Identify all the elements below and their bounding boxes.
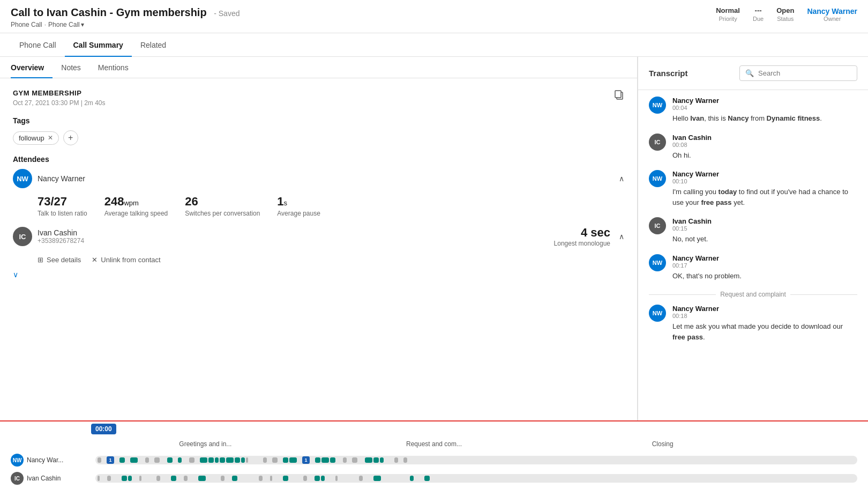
- phone-call-dropdown[interactable]: Phone Call ▾: [48, 21, 84, 28]
- transcript-text-2: Oh hi.: [672, 150, 712, 161]
- nw-marker-1: 1: [107, 456, 114, 464]
- owner-name[interactable]: Nancy Warner: [807, 7, 857, 16]
- transcript-search-box[interactable]: 🔍: [739, 65, 857, 81]
- tag-add-button[interactable]: +: [63, 130, 78, 145]
- transcript-time-4: 00:15: [672, 225, 712, 232]
- transcript-title: Transcript: [649, 69, 688, 78]
- track-content-nw[interactable]: 1: [95, 456, 857, 464]
- transcript-right-5: Nancy Warner 00:17 OK, that's no problem…: [672, 254, 742, 282]
- tab-call-summary[interactable]: Call Summary: [65, 33, 132, 57]
- track-segments-nw: 1: [95, 456, 857, 464]
- track-row-nw: NW Nancy War... 1: [11, 453, 857, 468]
- overview-content: GYM MEMBERSHIP Oct 27, 2021 03:30 PM | 2…: [0, 78, 637, 290]
- transcript-avatar-ic2: IC: [649, 217, 666, 234]
- status-label: Status: [777, 16, 794, 22]
- timeline-section-closing: Closing: [548, 440, 777, 448]
- tags-section-label: Tags: [13, 116, 624, 125]
- title-text: Call to Ivan Cashin - Gym membership: [11, 6, 207, 18]
- monologue-label: Longest monologue: [554, 240, 610, 247]
- expand-button[interactable]: ∨: [13, 270, 624, 279]
- tag-remove-button[interactable]: ✕: [48, 134, 53, 142]
- stat-wpm-label: Average talking speed: [104, 210, 168, 217]
- transcript-entry-6: NW Nancy Warner 00:18 Let me ask you wha…: [649, 305, 857, 342]
- tab-related[interactable]: Related: [132, 33, 175, 57]
- transcript-name-5: Nancy Warner: [672, 254, 742, 262]
- action-links: ⊞ See details ✕ Unlink from contact: [13, 256, 624, 264]
- transcript-text-3: I'm calling you today to find out if you…: [672, 187, 857, 208]
- priority-value: Normal: [716, 6, 740, 14]
- timeline-section-greetings: Greetings and in...: [91, 440, 320, 448]
- chevron-down-icon: ▾: [81, 21, 84, 28]
- dropdown-label: Phone Call: [48, 21, 80, 28]
- track-row-ic: IC Ivan Cashin: [11, 471, 857, 486]
- transcript-text-6: Let me ask you what made you decide to d…: [672, 321, 857, 342]
- status-meta: Open Status: [776, 6, 794, 22]
- stat-ratio-label: Talk to listen ratio: [38, 210, 87, 217]
- timeline-bar: 00:00 Greetings and in... Request and co…: [0, 420, 868, 495]
- search-input[interactable]: [758, 69, 851, 77]
- attendee-collapse-nw[interactable]: ∧: [619, 174, 624, 183]
- transcript-right-1: Nancy Warner 00:04 Hello Ivan, this is N…: [672, 97, 822, 124]
- transcript-entry-2: IC Ivan Cashin 00:08 Oh hi.: [649, 134, 857, 161]
- saved-label: - Saved: [214, 9, 240, 18]
- see-details-link[interactable]: ⊞ See details: [38, 256, 81, 264]
- gym-meta: Oct 27, 2021 03:30 PM | 2m 40s: [13, 99, 106, 107]
- section-divider-request: Request and complaint: [649, 291, 857, 298]
- avatar-nw: NW: [13, 169, 32, 188]
- unlink-contact-link[interactable]: ✕ Unlink from contact: [92, 256, 160, 264]
- subtab-mentions[interactable]: Mentions: [98, 57, 137, 78]
- transcript-entry-5: NW Nancy Warner 00:17 OK, that's no prob…: [649, 254, 857, 282]
- transcript-time-1: 00:04: [672, 105, 822, 111]
- transcript-header: Transcript 🔍: [638, 57, 868, 90]
- track-name-ic: Ivan Cashin: [27, 475, 61, 482]
- stat-switches: 26 Switches per conversation: [185, 195, 260, 217]
- status-value: Open: [776, 6, 794, 14]
- stat-pause-value: 1s: [277, 195, 320, 209]
- transcript-text-1: Hello Ivan, this is Nancy from Dynamic f…: [672, 113, 822, 124]
- transcript-avatar-ic1: IC: [649, 134, 666, 151]
- transcript-avatar-nw4: NW: [649, 305, 666, 322]
- due-label: Due: [753, 16, 764, 22]
- transcript-name-6: Nancy Warner: [672, 305, 857, 313]
- transcript-text-5: OK, that's no problem.: [672, 271, 742, 282]
- stat-switches-label: Switches per conversation: [185, 210, 260, 217]
- track-name-nw: Nancy War...: [27, 456, 63, 464]
- sub-tabs: Overview Notes Mentions: [0, 57, 637, 78]
- copy-button[interactable]: [613, 89, 624, 101]
- subtab-notes[interactable]: Notes: [61, 57, 89, 78]
- transcript-text-4: No, not yet.: [672, 234, 712, 245]
- subtab-overview[interactable]: Overview: [11, 57, 53, 78]
- separator-dot: ·: [44, 21, 46, 28]
- transcript-right-4: Ivan Cashin 00:15 No, not yet.: [672, 217, 712, 245]
- transcript-name-1: Nancy Warner: [672, 97, 822, 105]
- attendee-name-nw: Nancy Warner: [38, 174, 85, 183]
- search-icon: 🔍: [745, 69, 754, 77]
- transcript-entry-3: NW Nancy Warner 00:10 I'm calling you to…: [649, 170, 857, 208]
- priority-meta: Normal Priority: [716, 6, 740, 22]
- attendee-collapse-ic[interactable]: ∧: [619, 232, 624, 241]
- tab-phone-call[interactable]: Phone Call: [11, 33, 65, 57]
- attendee-info-ic: IC Ivan Cashin +353892678274: [13, 227, 84, 246]
- stat-pause-label: Average pause: [277, 210, 320, 217]
- timeline-tracks: NW Nancy War... 1: [0, 450, 868, 495]
- monologue-info: 4 sec Longest monologue: [554, 226, 610, 247]
- attendee-info-nw: NW Nancy Warner: [13, 169, 85, 188]
- tag-value: followup: [19, 134, 44, 142]
- transcript-body: NW Nancy Warner 00:04 Hello Ivan, this i…: [638, 90, 868, 420]
- transcript-right-2: Ivan Cashin 00:08 Oh hi.: [672, 134, 712, 161]
- transcript-entry-1: NW Nancy Warner 00:04 Hello Ivan, this i…: [649, 97, 857, 124]
- transcript-right-3: Nancy Warner 00:10 I'm calling you today…: [672, 170, 857, 208]
- nw-stats-row: 73/27 Talk to listen ratio 248wpm Averag…: [13, 195, 624, 217]
- page-subtitle: Phone Call · Phone Call ▾: [11, 21, 240, 28]
- transcript-time-3: 00:10: [672, 178, 857, 184]
- due-value: ---: [755, 6, 762, 14]
- owner-meta[interactable]: Nancy Warner Owner: [807, 7, 857, 22]
- transcript-right-6: Nancy Warner 00:18 Let me ask you what m…: [672, 305, 857, 342]
- subtitle-type: Phone Call: [11, 21, 42, 28]
- transcript-name-4: Ivan Cashin: [672, 217, 712, 225]
- due-meta: --- Due: [753, 6, 764, 22]
- track-content-ic[interactable]: [95, 474, 857, 483]
- timeline-section-request: Request and com...: [320, 440, 549, 448]
- track-segments-ic: [95, 474, 857, 483]
- transcript-time-5: 00:17: [672, 262, 742, 269]
